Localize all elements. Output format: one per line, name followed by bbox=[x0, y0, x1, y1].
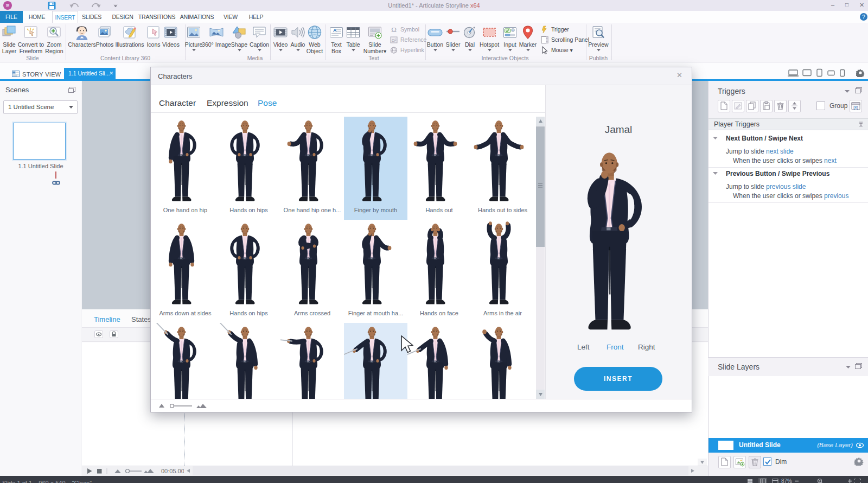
svg-text:87%: 87% bbox=[781, 478, 792, 483]
svg-text:[x]: [x] bbox=[853, 105, 858, 110]
svg-text:Ω²: Ω² bbox=[392, 38, 397, 43]
svg-text:?: ? bbox=[862, 14, 865, 20]
svg-text:A: A bbox=[333, 28, 337, 33]
svg-text:Ω: Ω bbox=[391, 26, 397, 34]
